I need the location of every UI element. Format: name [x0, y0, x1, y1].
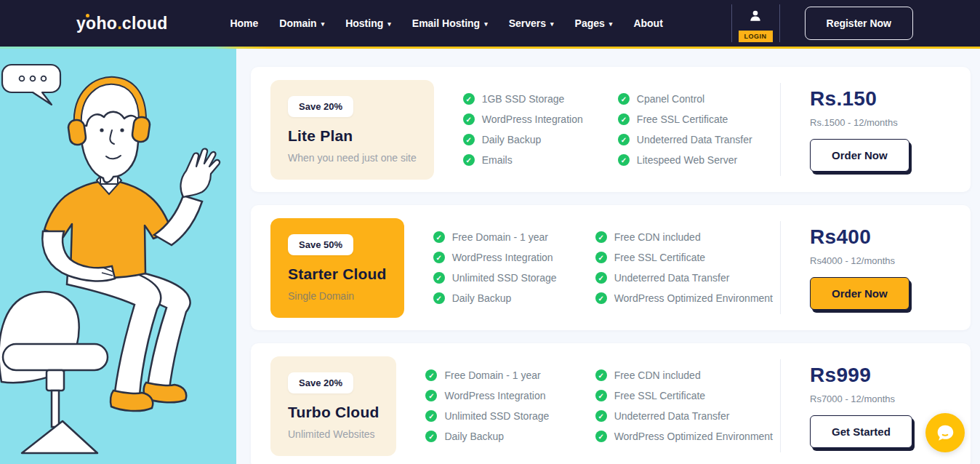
- main-nav: HomeDomain▾Hosting▾Email Hosting▾Servers…: [230, 17, 662, 29]
- caret-down-icon: ▾: [387, 21, 391, 28]
- check-icon: ✓: [595, 369, 607, 381]
- login-button[interactable]: LOGIN: [731, 4, 780, 42]
- check-icon: ✓: [433, 231, 445, 243]
- feature-label: Cpanel Control: [637, 93, 704, 105]
- save-badge: Save 50%: [288, 234, 353, 255]
- feature-label: WordPress Optimized Environment: [614, 431, 773, 442]
- feature-item: ✓Undeterred Data Transfer: [595, 410, 773, 422]
- plan-subtitle: Single Domain: [288, 290, 387, 302]
- feature-item: ✓Free Domain - 1 year: [425, 369, 595, 381]
- chat-bubble-icon: [934, 422, 956, 444]
- feature-label: Free Domain - 1 year: [444, 369, 540, 381]
- register-now-button[interactable]: Register Now: [805, 7, 913, 40]
- illustration-graphic: [0, 49, 236, 464]
- caret-down-icon: ▾: [609, 21, 613, 28]
- feature-item: ✓WordPress Integration: [433, 252, 595, 263]
- nav-item-home[interactable]: Home: [230, 17, 258, 29]
- feature-item: ✓WordPress Optimized Environment: [595, 292, 773, 304]
- nav-item-about[interactable]: About: [633, 17, 662, 29]
- feature-label: Free SSL Certificate: [614, 390, 706, 401]
- feature-column: ✓Cpanel Control✓Free SSL Certificate✓Und…: [618, 93, 773, 166]
- plan-card-starter: Save 50% Starter Cloud Single Domain ✓Fr…: [251, 205, 971, 330]
- feature-item: ✓Free SSL Certificate: [595, 252, 773, 263]
- check-icon: ✓: [595, 292, 607, 304]
- feature-label: WordPress Integration: [452, 252, 553, 263]
- feature-item: ✓Cpanel Control: [618, 93, 773, 105]
- feature-label: Daily Backup: [482, 134, 542, 145]
- feature-item: ✓Free Domain - 1 year: [433, 231, 595, 243]
- feature-column: ✓Free Domain - 1 year✓WordPress Integrat…: [433, 231, 595, 304]
- feature-label: WordPress Optimized Environment: [614, 292, 773, 304]
- check-icon: ✓: [425, 369, 437, 381]
- caret-down-icon: ▾: [550, 21, 554, 28]
- feature-item: ✓Litespeed Web Server: [618, 154, 773, 166]
- plan-summary: Save 20% Lite Plan When you need just on…: [270, 80, 434, 180]
- caret-down-icon: ▾: [321, 21, 325, 28]
- nav-item-label: Domain: [279, 17, 316, 29]
- check-icon: ✓: [463, 113, 475, 125]
- feature-label: Free Domain - 1 year: [452, 231, 548, 243]
- check-icon: ✓: [618, 134, 630, 145]
- pricing-section: Save 20% Lite Plan When you need just on…: [236, 49, 980, 464]
- get-started-button[interactable]: Get Started: [810, 415, 912, 448]
- feature-item: ✓Free CDN included: [595, 369, 773, 381]
- plan-name: Turbo Cloud: [288, 404, 379, 421]
- feature-item: ✓1GB SSD Storage: [463, 93, 618, 105]
- check-icon: ✓: [463, 93, 475, 105]
- nav-item-servers[interactable]: Servers▾: [509, 17, 554, 29]
- check-icon: ✓: [433, 252, 445, 263]
- order-now-button[interactable]: Order Now: [810, 277, 909, 310]
- feature-label: Free SSL Certificate: [637, 113, 728, 125]
- nav-item-hosting[interactable]: Hosting▾: [345, 17, 391, 29]
- plan-price: Rs999: [810, 364, 871, 387]
- caret-down-icon: ▾: [484, 21, 488, 28]
- nav-item-label: Home: [230, 17, 258, 29]
- login-badge[interactable]: LOGIN: [739, 31, 773, 42]
- check-icon: ✓: [595, 431, 607, 442]
- plan-features: ✓Free Domain - 1 year✓WordPress Integrat…: [404, 231, 780, 304]
- feature-label: Free CDN included: [614, 231, 701, 243]
- nav-item-label: Hosting: [345, 17, 383, 29]
- check-icon: ✓: [595, 252, 607, 263]
- nav-item-label: Pages: [575, 17, 605, 29]
- plan-billing: Rs.1500 - 12/months: [810, 117, 898, 128]
- save-badge: Save 20%: [288, 372, 353, 393]
- feature-item: ✓Daily Backup: [425, 431, 595, 442]
- logo-part1: yoho: [76, 14, 117, 33]
- feature-label: WordPress Integration: [482, 113, 583, 125]
- check-icon: ✓: [425, 410, 437, 422]
- user-icon: [748, 9, 763, 23]
- plan-summary: Save 50% Starter Cloud Single Domain: [270, 218, 404, 318]
- nav-item-domain[interactable]: Domain▾: [279, 17, 324, 29]
- plan-name: Lite Plan: [288, 127, 417, 145]
- feature-label: Undeterred Data Transfer: [614, 272, 730, 284]
- feature-label: Emails: [482, 154, 513, 166]
- check-icon: ✓: [425, 431, 437, 442]
- plan-features: ✓1GB SSD Storage✓WordPress Integration✓D…: [434, 93, 780, 166]
- support-agent-illustration: [0, 49, 236, 464]
- chat-widget-button[interactable]: [925, 413, 965, 452]
- plan-billing: Rs4000 - 12/months: [810, 255, 895, 266]
- logo[interactable]: yoho.cloud: [76, 14, 168, 33]
- feature-label: Free CDN included: [614, 369, 701, 381]
- feature-item: ✓Unlimited SSD Storage: [425, 410, 595, 422]
- feature-item: ✓Free SSL Certificate: [595, 390, 773, 401]
- nav-item-pages[interactable]: Pages▾: [575, 17, 613, 29]
- feature-item: ✓Free CDN included: [595, 231, 773, 243]
- feature-label: Free SSL Certificate: [614, 252, 706, 263]
- feature-column: ✓Free CDN included✓Free SSL Certificate✓…: [595, 369, 773, 442]
- plan-summary: Save 20% Turbo Cloud Unlimited Websites: [270, 356, 396, 456]
- check-icon: ✓: [618, 154, 630, 166]
- feature-column: ✓1GB SSD Storage✓WordPress Integration✓D…: [463, 93, 618, 166]
- order-now-button[interactable]: Order Now: [810, 139, 909, 172]
- content: Save 20% Lite Plan When you need just on…: [0, 49, 980, 464]
- feature-label: WordPress Integration: [444, 390, 545, 401]
- plan-billing: Rs7000 - 12/months: [810, 393, 895, 404]
- logo-dot: .: [117, 14, 122, 33]
- feature-label: Litespeed Web Server: [637, 154, 737, 166]
- feature-column: ✓Free CDN included✓Free SSL Certificate✓…: [595, 231, 773, 304]
- feature-item: ✓Unlimited SSD Storage: [433, 272, 595, 284]
- feature-label: Daily Backup: [444, 431, 504, 442]
- nav-item-email-hosting[interactable]: Email Hosting▾: [412, 17, 488, 29]
- plan-name: Starter Cloud: [288, 265, 387, 283]
